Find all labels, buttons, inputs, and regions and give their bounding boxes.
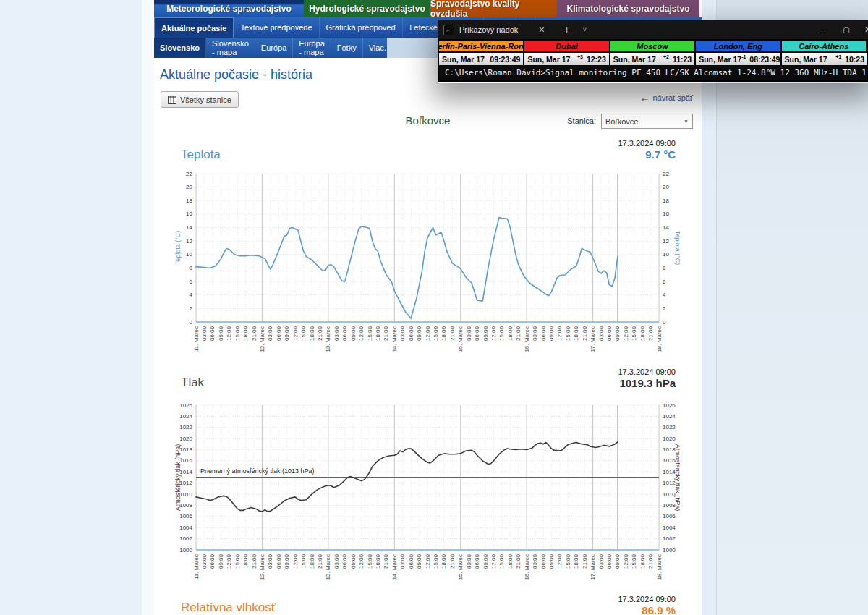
weather-page: Meteorologické spravodajstvo Hydrologick…: [154, 0, 702, 615]
svg-text:12:00: 12:00: [425, 554, 431, 569]
svg-text:15:00: 15:00: [300, 326, 307, 341]
clock-time-cell: Sun, Mar 17 +211:23: [610, 51, 696, 65]
svg-text:18:00: 18:00: [309, 554, 315, 569]
chart-svg: 0022446688101012121414161618182020222211…: [174, 166, 680, 365]
all-stations-button[interactable]: Všetky stanice: [161, 91, 239, 108]
clock-date: Sun, Mar 17: [699, 55, 741, 64]
tab-textove-predpovede[interactable]: Textové predpovede: [234, 17, 319, 38]
close-icon[interactable]: ✕: [861, 20, 868, 39]
svg-text:12:00: 12:00: [556, 554, 563, 569]
svg-text:09:00: 09:00: [218, 554, 224, 569]
terminal-window[interactable]: >_ Príkazový riadok ✕ + ˅ – ▢ ✕ Berlin-P…: [438, 20, 868, 83]
svg-text:18:00: 18:00: [375, 326, 381, 341]
svg-text:06:00: 06:00: [276, 554, 282, 569]
svg-text:03:00: 03:00: [333, 554, 340, 569]
svg-text:6: 6: [663, 279, 666, 285]
svg-text:15:00: 15:00: [565, 554, 571, 569]
clock-utc-offset: +3: [577, 54, 583, 59]
svg-text:22: 22: [663, 171, 669, 177]
svg-text:21:00: 21:00: [449, 554, 456, 569]
tab-europa[interactable]: Európa: [255, 38, 293, 58]
clock-date: Sun, Mar 17: [442, 55, 485, 64]
svg-text:22: 22: [186, 171, 192, 177]
svg-text:20: 20: [186, 184, 192, 190]
temperature-chart: 0022446688101012121414161618182020222211…: [174, 166, 680, 368]
tab-slovensko[interactable]: Slovensko: [154, 38, 206, 58]
svg-text:09:00: 09:00: [350, 554, 357, 569]
nav-tab-kvalita-ovzdusia[interactable]: Spravodajstvo kvality ovzdušia: [430, 0, 557, 17]
tab-slovensko-mapa[interactable]: Slovensko - mapa: [206, 38, 255, 58]
back-arrow-icon: ←: [640, 94, 650, 102]
svg-text:18:00: 18:00: [242, 326, 249, 341]
nav-tab-klimatologicke[interactable]: Klimatologické spravodajstvo: [557, 0, 699, 17]
svg-text:18:00: 18:00: [639, 326, 646, 341]
svg-text:09:00: 09:00: [218, 326, 224, 341]
terminal-tab-close-icon[interactable]: ✕: [538, 25, 545, 35]
svg-text:16. Marec: 16. Marec: [524, 326, 530, 352]
tab-graficka-predpoved[interactable]: Grafická predpoveď: [320, 17, 404, 38]
svg-text:21:00: 21:00: [383, 326, 389, 341]
svg-text:15:00: 15:00: [367, 326, 373, 341]
clock-time-cell: Sun, Mar 17 +110:23: [782, 51, 867, 65]
svg-text:1002: 1002: [179, 535, 192, 542]
svg-text:1024: 1024: [663, 413, 676, 420]
svg-text:1020: 1020: [663, 436, 676, 442]
svg-text:12:00: 12:00: [226, 554, 232, 569]
clock-date: Sun, Mar 17: [527, 55, 570, 64]
svg-text:18: 18: [186, 198, 192, 204]
svg-text:12:00: 12:00: [425, 326, 431, 341]
svg-text:15. Marec: 15. Marec: [457, 326, 464, 352]
maximize-icon[interactable]: ▢: [840, 20, 853, 39]
svg-text:09:00: 09:00: [284, 326, 290, 341]
svg-text:18:00: 18:00: [309, 326, 315, 341]
clock-date: Sun, Mar 17: [613, 55, 656, 64]
svg-text:18:00: 18:00: [507, 326, 514, 341]
svg-text:Priemerný atmosférický tlak (1: Priemerný atmosférický tlak (1013 hPa): [200, 467, 315, 475]
svg-text:1000: 1000: [179, 547, 192, 554]
chart-svg: 1000100010021002100410041006100610081008…: [174, 398, 680, 593]
svg-text:06:00: 06:00: [474, 554, 480, 569]
svg-text:09:00: 09:00: [548, 554, 555, 569]
back-link[interactable]: ← návrat späť: [640, 93, 694, 102]
svg-text:14. Marec: 14. Marec: [391, 554, 398, 580]
svg-text:03:00: 03:00: [399, 326, 406, 341]
station-select[interactable]: Boľkovce ▼: [601, 114, 693, 129]
tab-europa-mapa[interactable]: Európa - mapa: [293, 38, 331, 58]
svg-text:14: 14: [186, 224, 192, 231]
terminal-new-tab-icon[interactable]: +: [564, 24, 570, 35]
svg-text:06:00: 06:00: [408, 326, 414, 341]
svg-text:12:00: 12:00: [623, 326, 629, 341]
svg-text:0: 0: [663, 319, 666, 326]
svg-text:12. Marec: 12. Marec: [259, 326, 265, 352]
svg-text:Atmosférický tlak (hPa): Atmosférický tlak (hPa): [174, 444, 182, 512]
terminal-titlebar[interactable]: >_ Príkazový riadok ✕ + ˅ – ▢ ✕: [438, 20, 868, 39]
svg-text:1018: 1018: [663, 446, 676, 453]
svg-text:15:00: 15:00: [433, 326, 439, 341]
tab-fotky[interactable]: Fotky: [331, 38, 363, 58]
svg-text:18:00: 18:00: [375, 554, 381, 569]
terminal-command-line[interactable]: C:\Users\Roman Dávid>Signal monitoring_P…: [438, 65, 868, 82]
svg-text:15:00: 15:00: [234, 326, 241, 341]
svg-text:1020: 1020: [179, 436, 192, 442]
svg-text:09:00: 09:00: [416, 554, 422, 569]
svg-text:10: 10: [186, 251, 192, 258]
humidity-title: Relatívna vlhkosť: [181, 601, 276, 615]
nav-tab-meteorologicke[interactable]: Meteorologické spravodajstvo: [154, 0, 304, 17]
tab-aktualne-pocasie[interactable]: Aktuálne počasie: [154, 17, 234, 38]
minimize-icon[interactable]: –: [817, 20, 830, 39]
terminal-tab-dropdown-icon[interactable]: ˅: [583, 26, 587, 33]
svg-text:4: 4: [663, 292, 666, 298]
svg-text:15. Marec: 15. Marec: [457, 554, 464, 580]
svg-text:03:00: 03:00: [466, 326, 472, 341]
svg-text:Atmosférický tlak (hPa): Atmosférický tlak (hPa): [674, 444, 680, 512]
svg-text:09:00: 09:00: [482, 554, 489, 569]
svg-text:09:00: 09:00: [614, 554, 621, 569]
pressure-title: Tlak: [181, 376, 204, 390]
svg-text:8: 8: [663, 265, 666, 271]
svg-text:15:00: 15:00: [367, 554, 373, 569]
world-clocks: Berlin-Paris-Vienna-Roma Dubai Moscow Lo…: [438, 39, 868, 65]
nav-tab-hydrologicke[interactable]: Hydrologické spravodajstvo: [304, 0, 430, 17]
svg-text:12:00: 12:00: [292, 554, 299, 569]
svg-text:4: 4: [190, 292, 193, 298]
svg-text:06:00: 06:00: [276, 326, 282, 341]
